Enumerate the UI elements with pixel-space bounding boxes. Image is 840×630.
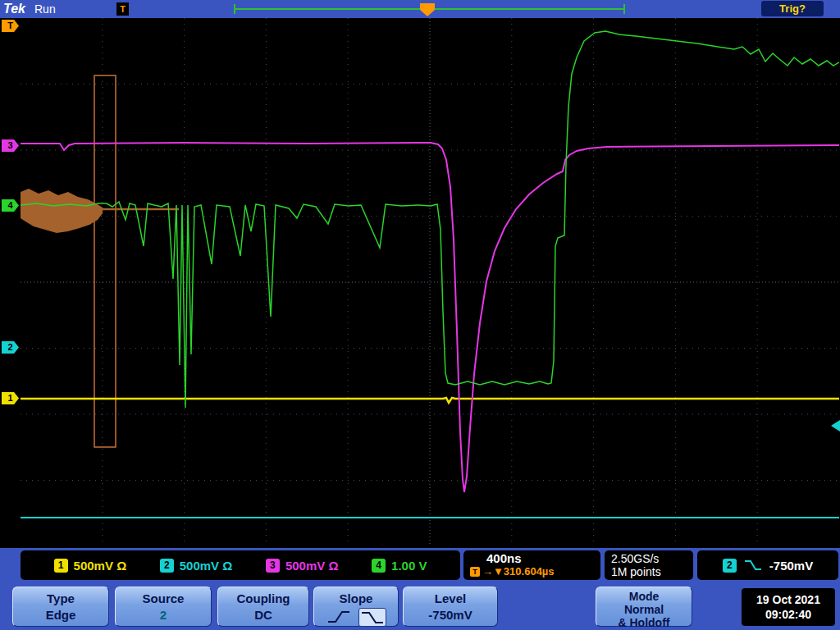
tek-logo: Tek bbox=[3, 2, 25, 16]
timebase-readout: 400ns T →▼310.604µs bbox=[463, 550, 600, 580]
ch1-position-marker[interactable]: 1 bbox=[2, 392, 19, 404]
datetime-display: 19 Oct 2021 09:02:40 bbox=[742, 588, 835, 626]
ch2-impedance: Ω bbox=[222, 559, 232, 573]
falling-slope-icon bbox=[744, 559, 762, 571]
grid-lines bbox=[21, 18, 839, 546]
ch2-scale: 500mV bbox=[180, 559, 219, 573]
ch4-position-marker[interactable]: 4 bbox=[2, 199, 19, 212]
record-length: 1M points bbox=[611, 565, 693, 578]
delay-trigger-icon: T bbox=[470, 567, 480, 577]
ch3-position-marker[interactable]: 3 bbox=[2, 139, 19, 152]
coupling-value: DC bbox=[218, 607, 308, 623]
trigger-level-value: -750mV bbox=[769, 559, 813, 573]
rising-edge-icon bbox=[326, 608, 352, 625]
ch4-badge: 4 bbox=[372, 559, 386, 573]
mode-label: Mode bbox=[596, 590, 692, 603]
top-status-bar: Tek Run T Trig? bbox=[0, 0, 840, 18]
ch2-position-marker[interactable]: 2 bbox=[2, 341, 19, 354]
zoom-region-box bbox=[94, 75, 116, 447]
slope-button[interactable]: Slope bbox=[313, 587, 399, 627]
ch2-badge: 2 bbox=[160, 559, 174, 573]
ch3-impedance: Ω bbox=[328, 559, 338, 573]
channel-readouts: 1 500mV Ω 2 500mV Ω 3 500mV Ω 4 1.00 V bbox=[21, 550, 460, 580]
trigger-position-icon[interactable] bbox=[420, 3, 435, 16]
acquisition-readout: 2.50GS/s 1M points bbox=[605, 550, 693, 580]
timebase-delay: →▼310.604µs bbox=[482, 565, 555, 578]
trigger-status-badge: Trig? bbox=[761, 1, 824, 16]
ch3-badge: 3 bbox=[266, 559, 280, 573]
ch1-scale: 500mV bbox=[74, 559, 113, 573]
type-button[interactable]: Type Edge bbox=[12, 587, 109, 627]
ref-waveform-blob bbox=[21, 189, 103, 233]
slope-label: Slope bbox=[314, 591, 398, 607]
trigger-readout: 2 -750mV bbox=[697, 550, 838, 580]
level-value: -750mV bbox=[404, 607, 497, 623]
ch3-scale: 500mV bbox=[285, 559, 325, 573]
mode-button[interactable]: Mode Normal & Holdoff bbox=[596, 587, 692, 627]
graticule bbox=[21, 18, 839, 546]
source-button[interactable]: Source 2 bbox=[115, 587, 212, 627]
trigger-menu-bar: Type Edge Source 2 Coupling DC Slope Lev… bbox=[0, 582, 840, 630]
sample-rate: 2.50GS/s bbox=[611, 552, 693, 565]
ch4-scale: 1.00 V bbox=[391, 559, 427, 573]
source-value: 2 bbox=[116, 607, 211, 623]
waveform-display: T 3 4 2 1 bbox=[0, 18, 840, 548]
coupling-button[interactable]: Coupling DC bbox=[217, 587, 309, 627]
trigger-source-badge: 2 bbox=[723, 559, 737, 573]
source-label: Source bbox=[116, 591, 211, 607]
ch2-readout: 2 500mV Ω bbox=[160, 559, 233, 573]
oscilloscope-ui: Tek Run T Trig? T 3 4 2 1 1 500mV Ω bbox=[0, 0, 840, 630]
timebase-scale: 400ns bbox=[486, 552, 600, 565]
level-button[interactable]: Level -750mV bbox=[403, 587, 498, 627]
type-label: Type bbox=[13, 591, 108, 607]
trigger-source-marker[interactable]: T bbox=[2, 20, 19, 32]
acquisition-status: Run bbox=[34, 2, 56, 16]
falling-edge-icon bbox=[358, 608, 386, 627]
ch4-readout: 4 1.00 V bbox=[372, 559, 427, 573]
coupling-label: Coupling bbox=[218, 591, 308, 607]
ch1-badge: 1 bbox=[54, 559, 68, 573]
record-trigger-indicator: T bbox=[116, 2, 129, 16]
mode-value-line2: & Holdoff bbox=[596, 616, 692, 629]
ch1-readout: 1 500mV Ω bbox=[54, 559, 127, 573]
type-value: Edge bbox=[13, 607, 108, 623]
date-value: 19 Oct 2021 bbox=[742, 592, 835, 607]
ch1-impedance: Ω bbox=[116, 559, 126, 573]
ch3-readout: 3 500mV Ω bbox=[266, 559, 339, 573]
level-label: Level bbox=[404, 591, 497, 607]
readout-strip: 1 500mV Ω 2 500mV Ω 3 500mV Ω 4 1.00 V 4… bbox=[0, 548, 840, 582]
time-value: 09:02:40 bbox=[742, 607, 835, 622]
mode-value-line1: Normal bbox=[596, 603, 692, 616]
